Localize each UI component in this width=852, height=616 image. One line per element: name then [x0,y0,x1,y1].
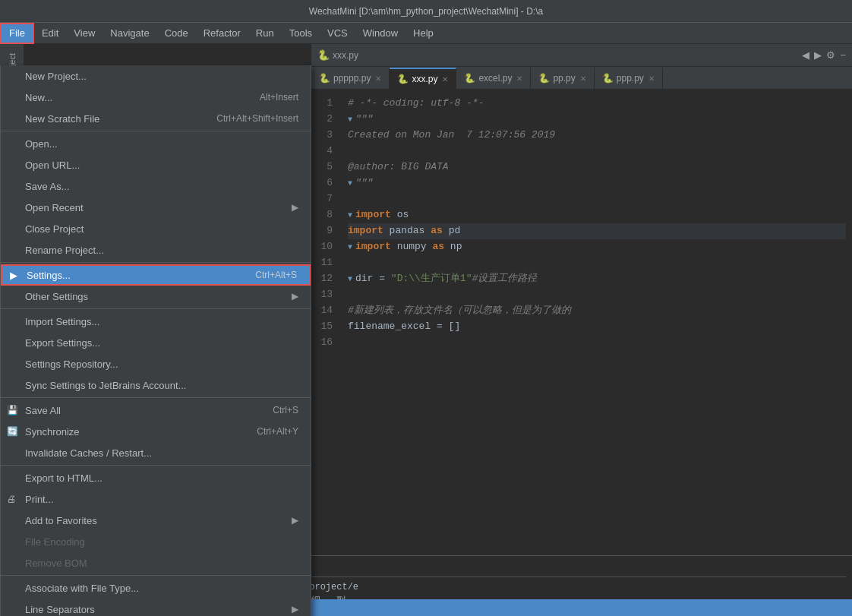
tab-ppp[interactable]: 🐍 ppp.py ✕ [595,68,663,89]
tab-ppppp[interactable]: 🐍 ppppp.py ✕ [311,68,390,89]
open-recent-label: Open Recent [25,202,84,213]
menu-export-settings[interactable]: Export Settings... [1,332,311,353]
code-line-16 [348,335,846,351]
menu-item-window[interactable]: Window [355,23,405,44]
menu-rename-project[interactable]: Rename Project... [1,239,311,261]
tab-excel-close[interactable]: ✕ [516,74,522,83]
menu-open-recent[interactable]: Open Recent ▶ [1,197,311,218]
code-line-9: import pandas as pd [348,223,846,239]
toolbar-arrow-left[interactable]: ◀ [802,49,809,61]
invalidate-caches-label: Invalidate Caches / Restart... [25,447,152,459]
settings-shortcut: Ctrl+Alt+S [255,270,297,280]
tab-ppp-label: ppp.py [617,73,644,84]
menu-line-separators[interactable]: Line Separators ▶ [1,599,311,616]
menu-new[interactable]: New... Alt+Insert [1,87,311,108]
line-num-13: 13 [317,287,336,303]
tab-pp-close[interactable]: ✕ [580,74,586,83]
open-recent-arrow: ▶ [292,202,298,213]
line-num-8: 8 [317,207,336,223]
menu-open[interactable]: Open... [1,133,311,154]
line-num-6: 6 [317,175,336,191]
line-num-11: 11 [317,255,336,271]
sep1 [1,131,311,131]
menu-item-refactor[interactable]: Refactor [196,23,248,44]
line-separators-label: Line Separators [25,604,95,615]
menu-synchronize[interactable]: 🔄 Synchronize Ctrl+Alt+Y [1,421,311,442]
other-settings-arrow: ▶ [292,291,298,302]
code-line-5: @author: BIG DATA [348,160,846,175]
menu-item-edit[interactable]: Edit [34,23,66,44]
line-numbers: 1 2 3 4 5 6 7 8 9 10 11 12 13 14 15 16 [311,90,342,616]
menu-other-settings[interactable]: Other Settings ▶ [1,286,311,307]
menu-file-encoding: File Encoding [1,531,311,552]
menu-new-project[interactable]: New Project... [1,65,311,87]
tab-xxx-close[interactable]: ✕ [442,75,448,84]
code-line-12: ▼ dir = "D:\\生产订单1"#设置工作路径 [348,271,846,287]
menu-invalidate-caches[interactable]: Invalidate Caches / Restart... [1,442,311,463]
code-editor: 1 2 3 4 5 6 7 8 9 10 11 12 13 14 15 16 #… [311,90,852,616]
menu-item-code[interactable]: Code [157,23,196,44]
tab-ppppp-close[interactable]: ✕ [375,74,381,83]
toolbar-minus[interactable]: − [840,49,846,61]
export-settings-label: Export Settings... [25,337,100,349]
tab-xxx-icon: 🐍 [397,74,409,84]
import-settings-label: Import Settings... [25,316,99,327]
menu-save-all[interactable]: 💾 Save All Ctrl+S [1,400,311,421]
tab-pp-label: pp.py [553,73,575,84]
menu-import-settings[interactable]: Import Settings... [1,311,311,332]
editor-toolbar: 🐍 xxx.py ◀ ▶ ⚙ − [311,44,852,67]
file-dropdown-menu: New Project... New... Alt+Insert New Scr… [0,65,311,616]
line-num-12: 12 [317,271,336,287]
tab-excel[interactable]: 🐍 excel.py ✕ [456,68,531,89]
line-num-15: 15 [317,319,336,335]
menu-item-view[interactable]: View [66,23,103,44]
remove-bom-label: Remove BOM [25,558,87,569]
toolbar-gear[interactable]: ⚙ [826,49,835,61]
settings-repo-label: Settings Repository... [25,359,118,370]
menu-item-file[interactable]: File [0,23,34,44]
tab-xxx[interactable]: 🐍 xxx.py ✕ [390,68,456,89]
menu-item-tools[interactable]: Tools [282,23,320,44]
code-line-10: ▼ import numpy as np [348,239,846,255]
save-all-icon: 💾 [7,405,18,415]
sep5 [1,465,311,466]
sync-settings-label: Sync Settings to JetBrains Account... [25,380,186,391]
line-num-14: 14 [317,303,336,319]
menu-export-html[interactable]: Export to HTML... [1,467,311,488]
tab-ppp-close[interactable]: ✕ [648,74,655,83]
line-num-4: 4 [317,144,336,160]
menu-item-help[interactable]: Help [405,23,441,44]
menu-close-project[interactable]: Close Project [1,218,311,239]
menu-sync-settings[interactable]: Sync Settings to JetBrains Account... [1,374,311,396]
menu-add-to-favorites[interactable]: Add to Favorites ▶ [1,510,311,531]
menu-settings[interactable]: ▶ Settings... Ctrl+Alt+S [1,264,311,286]
associate-file-type-label: Associate with File Type... [25,583,139,594]
save-all-label: Save All [25,405,61,416]
settings-label: Settings... [27,270,71,281]
menu-save-as[interactable]: Save As... [1,175,311,197]
menu-settings-repo[interactable]: Settings Repository... [1,353,311,374]
tab-pp[interactable]: 🐍 pp.py ✕ [531,68,594,89]
code-content[interactable]: # -*- coding: utf-8 -*- ▼ """ Created on… [342,90,852,616]
menu-new-scratch[interactable]: New Scratch File Ctrl+Alt+Shift+Insert [1,108,311,129]
menu-item-run[interactable]: Run [248,23,282,44]
menu-open-url[interactable]: Open URL... [1,154,311,175]
code-line-4 [348,144,846,160]
menu-item-vcs[interactable]: VCS [320,23,355,44]
print-icon: 🖨 [7,494,16,504]
editor-area: 🐍 xxx.py ◀ ▶ ⚙ − 🐍 ppppp.py ✕ 🐍 xxx.py ✕ [311,44,852,616]
synchronize-label: Synchronize [25,426,80,438]
toolbar-arrow-right[interactable]: ▶ [814,49,822,61]
code-line-13 [348,287,846,303]
menu-print[interactable]: 🖨 Print... [1,488,311,510]
file-encoding-label: File Encoding [25,536,85,548]
rename-project-label: Rename Project... [25,245,104,256]
code-line-8: ▼ import os [348,207,846,223]
code-line-7 [348,191,846,207]
menu-item-navigate[interactable]: Navigate [103,23,156,44]
new-shortcut: Alt+Insert [260,92,298,103]
tab-ppppp-icon: 🐍 [319,73,330,84]
menu-associate-file-type[interactable]: Associate with File Type... [1,577,311,599]
line-num-7: 7 [317,191,336,207]
line-num-3: 3 [317,128,336,144]
